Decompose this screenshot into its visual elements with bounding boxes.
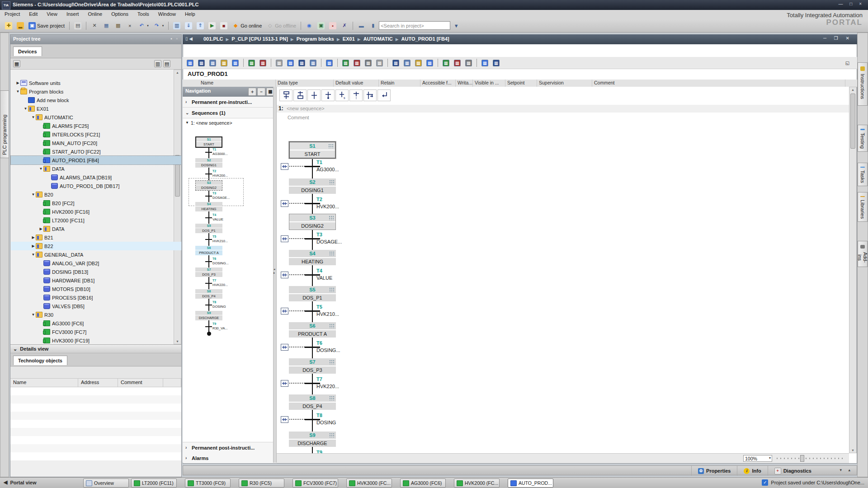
nav-section-alarms[interactable]: › Alarms [183,453,276,463]
online-diagnostics-button[interactable]: ◉ [304,21,315,31]
tree-item-b21[interactable]: ▶B21 [11,233,181,242]
tab-instructions[interactable]: Instructions [858,62,868,106]
tree-item-alarms-data-db19-[interactable]: ALARMS_DATA [DB19] [11,173,181,182]
zoom-slider-thumb[interactable] [800,455,804,462]
thumb-step-s3[interactable]: S3DOSING2 [195,180,222,191]
menu-item-tools[interactable]: Tools [133,10,154,19]
permanent-instructions-view-button[interactable]: ▦ [219,58,229,68]
details-table-row[interactable] [10,404,181,412]
dropdown-arrow-icon[interactable]: ▾ [147,24,149,28]
menu-item-view[interactable]: View [42,10,62,19]
transition-condition-icon[interactable] [281,163,288,170]
step-options-grid-icon[interactable] [329,433,335,437]
stop-cpu-button[interactable]: ■ [218,21,229,31]
column-header-name[interactable]: Name [199,80,276,87]
thumb-transition[interactable] [205,326,212,327]
tab-info[interactable]: iInfo [737,466,767,476]
chart-scroll-up-icon[interactable]: ▲ [849,88,856,91]
snap-in-2-button[interactable]: ▦ [285,58,296,68]
menu-item-online[interactable]: Online [83,10,107,19]
step-s8[interactable]: S8DOS_P4 [289,394,336,410]
thumb-step-s6[interactable]: S6PRODUCT A [195,246,222,255]
thumb-transition[interactable] [205,217,212,218]
insert-network-button[interactable]: ▦ [185,58,195,68]
sfc-step-and-transition-button[interactable] [279,89,292,101]
thumb-step-s7[interactable]: S7DOS_P3 [195,267,222,277]
column-header-data-type[interactable]: Data type [276,80,334,87]
window-controls[interactable]: — □ × [839,1,864,6]
tab-properties[interactable]: ⚙Properties [691,466,737,476]
breadcrumb-icons[interactable]: ▯ ◀ [185,36,193,41]
breadcrumb-item[interactable]: P_CLP [CPU 1513-1 PN] [231,34,289,42]
tree-item-hvk3000-fc19-[interactable]: HVK3000 [FC19] [11,336,181,344]
start-cpu-button[interactable]: ▶ [207,21,217,31]
transition-condition-icon[interactable] [281,416,288,423]
step-options-grid-icon[interactable] [329,251,335,256]
thumb-transition[interactable] [205,239,212,240]
go-offline-button[interactable]: ◇Go offline [264,21,298,31]
delete-button[interactable]: × [124,21,135,31]
tab-devices[interactable]: Devices [13,47,42,56]
tree-item-lt2000-fc11-[interactable]: LT2000 [FC11] [11,216,181,225]
taskbar-button-tt3000-fc9-[interactable]: TT3000 (FC9) [185,479,231,488]
menu-item-insert[interactable]: Insert [62,10,84,19]
sfc-chart-canvas[interactable]: s 1: <new sequence> Comment S1STARTT1AG3… [277,87,849,453]
new-project-button[interactable]: ✚ [3,21,14,31]
tree-item-b20-fc2-[interactable]: B20 [FC2] [11,199,181,207]
column-header-accessible-f-[interactable]: Accessible f... [420,80,456,87]
step-options-grid-icon[interactable] [329,324,335,328]
menu-item-project[interactable]: Project [0,10,24,19]
breadcrumb-item[interactable]: AUTO_PROD1 [FB4] [401,34,450,42]
zoom-select[interactable]: 100% [743,455,772,462]
tree-item-process-db16-[interactable]: PROCESS [DB16] [11,293,181,302]
splitter-grip-icon[interactable]: ◂▸ [274,267,275,275]
tree-item-motors-db10-[interactable]: MOTORS [DB10] [11,285,181,293]
tab-tasks[interactable]: Tasks [858,163,868,186]
expand-arrow-icon[interactable]: ▼ [31,253,36,257]
transition-condition-icon[interactable] [281,272,288,278]
details-table-row[interactable] [10,428,181,436]
thumb-transition[interactable] [205,174,212,174]
tree-item-software-units[interactable]: ▶Software units [11,79,177,87]
tree-item-r30[interactable]: ▼R30 [11,310,181,319]
step-s4[interactable]: S4HEATING [289,250,336,265]
apply-template-button[interactable]: ▦ [308,58,318,68]
reset-start-values-button[interactable]: ▦ [413,58,424,68]
tab-add-ins[interactable]: Add-ins [858,241,868,267]
previous-error-button[interactable]: ▦ [441,58,451,68]
step-s7[interactable]: S7DOS_P3 [289,358,336,374]
chart-scrollbar[interactable]: ▲ ▼ [849,87,857,453]
compile-button[interactable]: ▥ [171,21,182,31]
sequence-thumbnail[interactable]: S1STARTT1AG3000...S2DOSING1T2HVK200...S3… [183,126,276,442]
details-table-row[interactable] [10,420,181,428]
search-input[interactable] [379,21,450,30]
editor-window-controls[interactable]: ─ ❒ ✕ [823,36,853,41]
transition-condition-icon[interactable] [281,380,288,387]
cross-reference-button[interactable]: ✗ [339,21,350,31]
column-header-comment[interactable]: Comment [592,80,845,87]
tree-item-hvk2000-fc16-[interactable]: HVK2000 [FC16] [11,207,181,216]
thumb-step-s5[interactable]: S5DOS_P1 [195,224,222,233]
breadcrumb-item[interactable]: AUTOMATIC [363,34,394,42]
details-table-row[interactable] [10,444,181,452]
column-header-visible-in-[interactable]: Visible in ... [473,80,505,87]
zoom-in-icon[interactable]: ＋ [248,88,256,96]
thumb-transition[interactable] [205,283,212,284]
tree-item-valves-db5-[interactable]: VALVES [DB5] [11,302,181,310]
sfc-transition-and-step-button[interactable] [293,89,307,101]
taskbar-button-overview[interactable]: Overview [83,479,129,488]
paste-button[interactable]: ▩ [113,21,123,31]
expand-arrow-icon[interactable]: ▼ [23,107,28,111]
step-s2[interactable]: S2DOSING1 [289,178,336,194]
tab-technology-objects[interactable]: Technology objects [13,356,67,365]
split-editor-vertical-button[interactable]: ▮ [368,21,378,31]
transition-condition-icon[interactable] [281,308,288,314]
taskbar-button-ag3000-fc6-[interactable]: AG3000 (FC6) [400,479,446,488]
sfc-open-alternative-branch-button[interactable] [363,89,377,101]
column-header-supervision[interactable]: Supervision [537,80,592,87]
step-options-grid-icon[interactable] [329,216,334,220]
column-header-retain[interactable]: Retain [379,80,420,87]
menu-item-options[interactable]: Options [107,10,133,19]
details-view-header[interactable]: ⌄ Details view [10,344,181,353]
cut-button[interactable]: ✕ [89,21,100,31]
